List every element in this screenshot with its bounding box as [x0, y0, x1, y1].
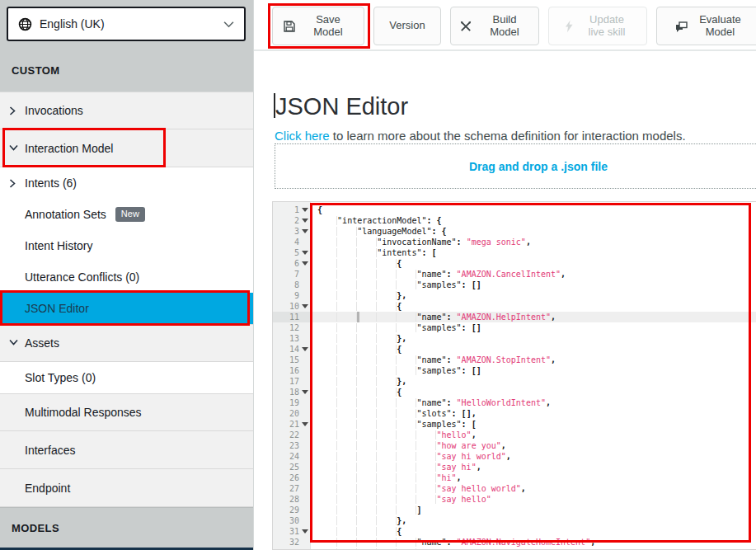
code-line[interactable]: "name": "AMAZON.HelpIntent", [312, 312, 756, 322]
editor-gutter: 1234567891011121314151617181920212223242… [273, 202, 311, 550]
sidebar-item-label: Intent History [25, 239, 92, 252]
models-section-heading: MODELS [0, 507, 253, 548]
code-line[interactable]: }, [317, 515, 756, 526]
chevron-down-icon[interactable] [9, 339, 18, 346]
language-selector-label: English (UK) [40, 17, 223, 31]
code-line[interactable]: { [317, 344, 756, 355]
fold-arrow-icon[interactable] [302, 390, 308, 394]
lightning-icon [563, 20, 575, 33]
toolbar: Save ModelVersionBuild ModelUpdate live … [254, 0, 756, 51]
code-line[interactable]: { [317, 387, 756, 397]
sidebar-item-interaction-model[interactable]: Interaction Model [0, 129, 253, 167]
sidebar-item-slot-types-0[interactable]: Slot Types (0) [0, 362, 253, 393]
custom-section-heading: CUSTOM [12, 64, 60, 77]
code-line[interactable]: "name": "AMAZON.NavigateHomeIntent", [317, 537, 756, 548]
fold-arrow-icon[interactable] [302, 219, 308, 223]
sidebar-item-label: Assets [25, 336, 59, 350]
fold-arrow-icon[interactable] [302, 229, 308, 233]
build-icon [459, 20, 472, 33]
gutter-line-number: 2 [273, 215, 310, 226]
code-line[interactable]: "say hello" [317, 494, 756, 505]
sidebar-item-label: Endpoint [25, 482, 70, 495]
code-line[interactable]: "samples": [] [317, 280, 756, 290]
code-line[interactable]: "languageModel": { [317, 226, 756, 237]
code-line[interactable]: "intents": [ [317, 247, 756, 258]
language-selector[interactable]: English (UK) [7, 7, 246, 41]
code-line[interactable]: }, [317, 333, 756, 344]
fold-arrow-icon[interactable] [302, 422, 308, 426]
gutter-line-number: 19 [273, 397, 310, 408]
sidebar-nav: InvocationsInteraction ModelIntents (6)A… [0, 92, 253, 507]
code-line[interactable]: "samples": [] [317, 365, 756, 376]
sidebar-item-json-editor[interactable]: JSON Editor [0, 293, 253, 324]
json-dropzone[interactable]: Drag and drop a .json file [275, 143, 756, 189]
page-title: JSON Editor [274, 93, 408, 120]
code-line[interactable]: "name": "AMAZON.StopIntent", [317, 355, 756, 365]
code-line[interactable]: "interactionModel": { [317, 215, 756, 226]
code-line[interactable]: "name": "HelloWorldIntent", [317, 397, 756, 408]
build-model-button[interactable]: Build Model [450, 7, 539, 45]
evaluate-model-button[interactable]: Evaluate Model [656, 7, 756, 45]
sidebar-item-label: Slot Types (0) [25, 371, 96, 384]
code-line[interactable]: "hello", [317, 430, 756, 440]
code-line[interactable]: "samples": [] [317, 322, 756, 333]
sidebar-item-annotation-sets[interactable]: Annotation SetsNew [0, 199, 253, 230]
sidebar-item-interfaces[interactable]: Interfaces [0, 431, 253, 469]
chevron-right-icon[interactable] [9, 106, 16, 115]
gutter-line-number: 32 [273, 537, 310, 548]
code-line[interactable]: "say hi world", [317, 451, 756, 462]
sidebar-item-intent-history[interactable]: Intent History [0, 230, 253, 261]
sidebar-item-intents-6[interactable]: Intents (6) [0, 167, 253, 199]
code-line[interactable]: }, [317, 376, 756, 387]
code-line[interactable]: }, [317, 290, 756, 301]
fold-arrow-icon[interactable] [302, 347, 308, 351]
code-line[interactable]: { [317, 258, 756, 269]
code-line[interactable]: "slots": [], [317, 408, 756, 419]
sidebar-item-endpoint[interactable]: Endpoint [0, 469, 253, 507]
update-live-skill-button[interactable]: Update live skill [548, 7, 647, 45]
gutter-line-number: 6 [273, 258, 310, 269]
code-line[interactable]: "invocationName": "mega sonic", [317, 237, 756, 247]
fold-arrow-icon[interactable] [302, 529, 308, 534]
gutter-line-number: 3 [273, 226, 310, 237]
gutter-line-number: 17 [273, 376, 310, 387]
new-badge: New [115, 207, 145, 221]
code-line[interactable]: ] [317, 505, 756, 515]
sidebar-item-label: Annotation Sets [25, 208, 106, 221]
sidebar-top-band: English (UK) CUSTOM [0, 0, 253, 92]
sidebar-item-label: Intents (6) [25, 176, 77, 190]
fold-arrow-icon[interactable] [302, 251, 308, 255]
code-line[interactable]: { [317, 204, 756, 215]
fold-arrow-icon[interactable] [302, 208, 308, 212]
code-line[interactable]: "name": "AMAZON.CancelIntent", [317, 269, 756, 280]
fold-arrow-icon[interactable] [302, 261, 308, 266]
gutter-line-number: 5 [273, 247, 310, 258]
gutter-line-number: 1 [273, 204, 310, 215]
sidebar-item-invocations[interactable]: Invocations [0, 92, 253, 129]
click-here-link[interactable]: Click here [275, 129, 330, 143]
code-line[interactable]: "hi", [317, 472, 756, 483]
code-line[interactable]: "say hello world", [317, 483, 756, 494]
gutter-line-number: 13 [273, 333, 310, 344]
fold-arrow-icon[interactable] [302, 304, 308, 308]
gutter-line-number: 10 [273, 301, 310, 312]
code-line[interactable]: "samples": [ [317, 419, 756, 430]
version-button[interactable]: Version [373, 7, 441, 45]
code-line[interactable]: "say hi", [317, 462, 756, 472]
gutter-line-number: 18 [273, 387, 310, 397]
chevron-down-icon[interactable] [9, 144, 18, 151]
save-model-button[interactable]: Save Model [272, 7, 364, 45]
sidebar-item-utterance-conflicts-0[interactable]: Utterance Conflicts (0) [0, 261, 253, 293]
save-icon [283, 20, 296, 33]
json-code-editor[interactable]: 1234567891011121314151617181920212223242… [272, 201, 756, 550]
sidebar-item-multimodal-responses[interactable]: Multimodal Responses [0, 393, 253, 431]
code-line[interactable]: "how are you", [317, 440, 756, 451]
code-line[interactable]: { [317, 526, 756, 537]
chevron-right-icon[interactable] [9, 179, 16, 188]
sidebar-item-assets[interactable]: Assets [0, 324, 253, 362]
sidebar-item-label: Interaction Model [25, 142, 113, 155]
editor-code-area[interactable]: { "interactionModel": { "languageModel":… [312, 202, 756, 550]
gutter-line-number: 11 [273, 312, 310, 322]
gutter-line-number: 24 [273, 451, 310, 462]
code-line[interactable]: { [317, 301, 756, 312]
